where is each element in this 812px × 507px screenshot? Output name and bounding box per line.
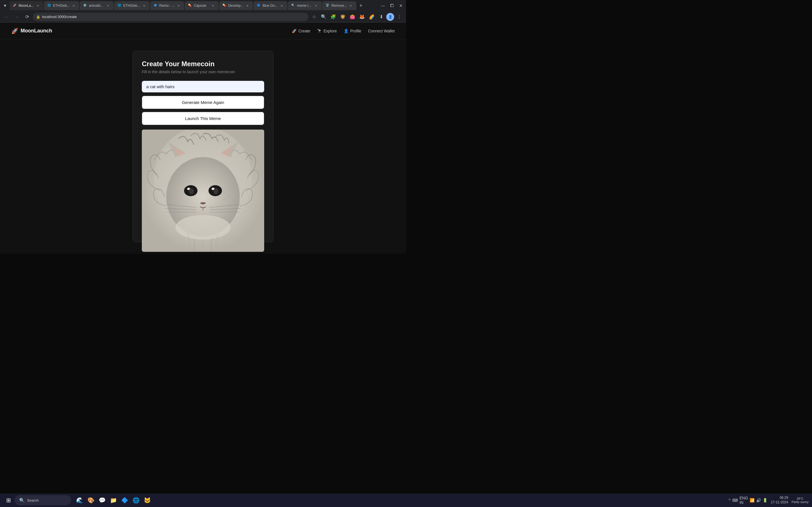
app-navbar: 🚀 MoonLaunch 🚀 Create 🔭 Explore 👤 Profil… bbox=[0, 22, 406, 40]
tab-favicon-3: ⚙️ bbox=[83, 4, 87, 8]
tab-overflow-btn[interactable]: ▼ bbox=[1, 2, 9, 10]
profile-nav-icon: 👤 bbox=[344, 29, 349, 33]
address-bar[interactable]: 🔒 localhost:3000/create bbox=[33, 13, 308, 21]
tab-label-8: Blue Do... bbox=[262, 4, 277, 8]
browser-chrome: ▼ 🚀 MoonLa... ✕ 🌐 ETHGlob... ✕ ⚙️ anirud… bbox=[0, 0, 406, 22]
wallet-icon[interactable]: 👛 bbox=[348, 12, 357, 21]
tab-close-3[interactable]: ✕ bbox=[106, 3, 110, 8]
tab-capsule[interactable]: 💊 Capsule ✕ bbox=[185, 1, 218, 10]
explore-nav-link[interactable]: 🔭 Explore bbox=[317, 29, 337, 33]
tab-favicon-4: 🌐 bbox=[117, 4, 121, 8]
tab-bluedo[interactable]: 🔵 Blue Do... ✕ bbox=[253, 1, 287, 10]
menu-icon[interactable]: ⋮ bbox=[395, 12, 404, 21]
tab-favicon-9: 🔍 bbox=[291, 4, 295, 8]
explore-nav-label: Explore bbox=[323, 29, 337, 33]
tab-develop[interactable]: 💊 Develop... ✕ bbox=[219, 1, 253, 10]
close-button[interactable]: ✕ bbox=[397, 2, 405, 10]
tab-close-5[interactable]: ✕ bbox=[176, 3, 181, 8]
launch-meme-button[interactable]: Launch This Meme bbox=[142, 112, 264, 125]
tab-moonlaunch[interactable]: 🚀 MoonLa... ✕ bbox=[10, 1, 43, 10]
address-bar-row: ← → ⟳ 🔒 localhost:3000/create ☆ 🔍 🧩 🦁 👛 … bbox=[0, 11, 406, 22]
forward-button[interactable]: → bbox=[12, 12, 21, 21]
reload-button[interactable]: ⟳ bbox=[22, 12, 32, 21]
download-icon[interactable]: ⬇ bbox=[377, 12, 386, 21]
extensions-icon[interactable]: 🧩 bbox=[329, 12, 338, 21]
lock-icon: 🔒 bbox=[36, 15, 40, 19]
tab-label-6: Capsule bbox=[194, 4, 206, 8]
meme-description-input[interactable] bbox=[142, 81, 264, 93]
tab-favicon-2: 🌐 bbox=[47, 4, 51, 8]
tab-label-4: ETHGlob... bbox=[123, 4, 140, 8]
profile-nav-label: Profile bbox=[350, 29, 361, 33]
minimize-button[interactable]: — bbox=[379, 2, 387, 10]
tab-label-9: meme r... bbox=[297, 4, 311, 8]
svg-point-19 bbox=[175, 215, 231, 240]
tab-close-7[interactable]: ✕ bbox=[245, 3, 250, 8]
create-subtitle: Fill in the details below to launch your… bbox=[142, 69, 264, 74]
url-text: localhost:3000/create bbox=[42, 15, 77, 19]
tab-close-10[interactable]: ✕ bbox=[349, 3, 353, 8]
back-button[interactable]: ← bbox=[2, 12, 11, 21]
main-content: Create Your Memecoin Fill in the details… bbox=[0, 40, 406, 253]
tab-remove[interactable]: 🗑️ Remove... ✕ bbox=[322, 1, 356, 10]
browser-toolbar: ☆ 🔍 🧩 🦁 👛 🦊 🌈 ⬇ 👤 ⋮ bbox=[310, 12, 404, 21]
address-bar-right: ☆ 🔍 🧩 🦁 👛 🦊 🌈 ⬇ 👤 ⋮ bbox=[310, 12, 404, 21]
profile-nav-link[interactable]: 👤 Profile bbox=[344, 29, 361, 33]
rocket-icon: 🚀 bbox=[11, 27, 18, 34]
tab-label-5: Remix - ... bbox=[159, 4, 175, 8]
tab-favicon-7: 💊 bbox=[222, 4, 226, 8]
generate-meme-button[interactable]: Generate Meme Again bbox=[142, 96, 264, 109]
tab-favicon-6: 💊 bbox=[188, 4, 192, 8]
app-nav-links: 🚀 Create 🔭 Explore 👤 Profile Connect Wal… bbox=[292, 29, 395, 33]
app-logo: 🚀 MoonLaunch bbox=[11, 27, 52, 34]
tab-label-1: MoonLa... bbox=[18, 4, 34, 8]
create-nav-link[interactable]: 🚀 Create bbox=[292, 29, 310, 33]
tab-close-8[interactable]: ✕ bbox=[280, 3, 284, 8]
tab-memer[interactable]: 🔍 meme r... ✕ bbox=[288, 1, 322, 10]
create-nav-icon: 🚀 bbox=[292, 29, 297, 33]
profile-avatar[interactable]: 👤 bbox=[386, 13, 394, 21]
tab-ethglob2[interactable]: 🌐 ETHGlob... ✕ bbox=[114, 1, 149, 10]
metamask-icon[interactable]: 🦊 bbox=[357, 12, 366, 21]
tab-github[interactable]: ⚙️ anirudd... ✕ bbox=[80, 1, 114, 10]
rainbow-icon[interactable]: 🌈 bbox=[367, 12, 376, 21]
new-tab-button[interactable]: + bbox=[357, 2, 365, 10]
create-card: Create Your Memecoin Fill in the details… bbox=[133, 51, 273, 242]
maximize-button[interactable]: ⧠ bbox=[388, 2, 396, 10]
svg-point-11 bbox=[189, 188, 194, 194]
tab-label-2: ETHGlob... bbox=[53, 4, 70, 8]
create-title: Create Your Memecoin bbox=[142, 60, 264, 68]
tab-label-10: Remove... bbox=[331, 4, 347, 8]
tab-bar: ▼ 🚀 MoonLa... ✕ 🌐 ETHGlob... ✕ ⚙️ anirud… bbox=[0, 0, 406, 11]
window-controls: — ⧠ ✕ bbox=[379, 2, 405, 10]
app-container: 🚀 MoonLaunch 🚀 Create 🔭 Explore 👤 Profil… bbox=[0, 22, 406, 253]
svg-point-12 bbox=[213, 188, 218, 194]
tab-remix[interactable]: 🔷 Remix - ... ✕ bbox=[150, 1, 185, 10]
meme-image-container bbox=[142, 129, 264, 252]
tab-close-1[interactable]: ✕ bbox=[36, 3, 40, 8]
tab-close-2[interactable]: ✕ bbox=[71, 3, 76, 8]
explore-nav-icon: 🔭 bbox=[317, 29, 322, 33]
bookmark-icon[interactable]: ☆ bbox=[310, 12, 319, 21]
tab-close-6[interactable]: ✕ bbox=[211, 3, 215, 8]
tab-favicon-1: 🚀 bbox=[13, 4, 17, 8]
tab-label-7: Develop... bbox=[228, 4, 243, 8]
tab-favicon-8: 🔵 bbox=[257, 4, 261, 8]
brave-icon[interactable]: 🦁 bbox=[338, 12, 347, 21]
create-nav-label: Create bbox=[298, 29, 310, 33]
cat-illustration bbox=[142, 129, 264, 252]
tab-label-3: anirudd... bbox=[89, 4, 103, 8]
tab-close-4[interactable]: ✕ bbox=[142, 3, 146, 8]
tab-favicon-5: 🔷 bbox=[154, 4, 158, 8]
zoom-icon[interactable]: 🔍 bbox=[319, 12, 328, 21]
connect-wallet-button[interactable]: Connect Wallet bbox=[368, 29, 395, 33]
tab-ethglob1[interactable]: 🌐 ETHGlob... ✕ bbox=[44, 1, 79, 10]
tab-favicon-10: 🗑️ bbox=[326, 4, 329, 8]
tab-close-9[interactable]: ✕ bbox=[314, 3, 318, 8]
app-name: MoonLaunch bbox=[20, 28, 52, 34]
